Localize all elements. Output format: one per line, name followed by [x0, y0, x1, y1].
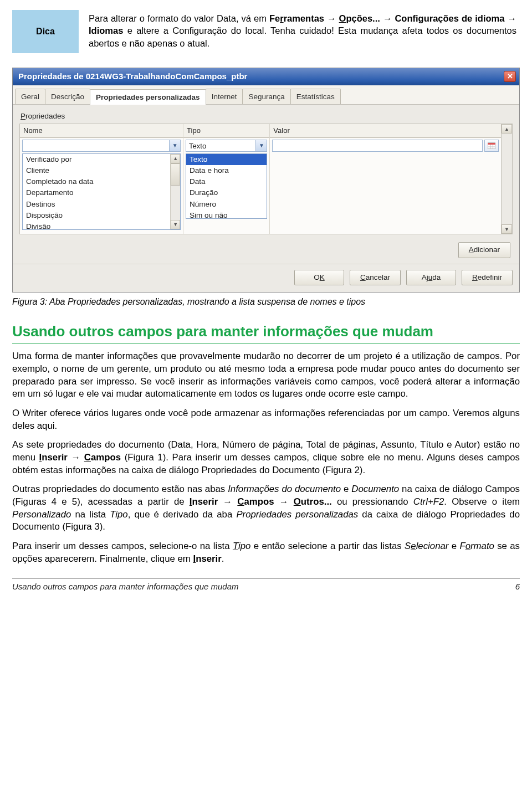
nome-option[interactable]: Cliente [23, 165, 170, 176]
paragraph: Outras propriedades do documento estão n… [12, 483, 520, 534]
menu-path: Inserir → Campos → Outros... [190, 496, 332, 507]
scroll-thumb[interactable] [171, 163, 180, 186]
insert-button-ref: Inserir [193, 553, 221, 564]
tipo-option[interactable]: Data [186, 176, 267, 187]
tip-box: Dica Para alterar o formato do valor Dat… [12, 10, 520, 53]
tip-text-2: e altere a Configuração do local. Tenha … [89, 25, 516, 48]
column-valor: Valor [270, 124, 501, 234]
close-icon[interactable]: ✕ [504, 71, 516, 82]
grid-scrollbar[interactable]: ▲ ▼ [501, 124, 512, 234]
body-text: Uma forma de manter informações que prov… [12, 350, 520, 565]
nome-option[interactable]: Departamento [23, 187, 170, 198]
chevron-down-icon[interactable]: ▼ [169, 140, 180, 151]
properties-label: Propriedades [21, 111, 513, 121]
ok-button[interactable]: OK [294, 270, 344, 285]
scroll-up-icon[interactable]: ▲ [171, 154, 180, 163]
tab-propriedades-personalizadas[interactable]: Propriedades personalizadas [90, 89, 206, 105]
list-name: Formato [459, 541, 494, 551]
column-header-nome: Nome [20, 124, 183, 138]
cancel-button[interactable]: Cancelar [350, 270, 401, 285]
tab-descricao[interactable]: Descrição [45, 89, 90, 104]
svg-rect-1 [488, 143, 495, 145]
valor-input[interactable] [272, 140, 483, 152]
scroll-down-icon[interactable]: ▼ [502, 224, 512, 234]
menu-path: Inserir → Campos [39, 452, 121, 463]
properties-dialog: Propriedades de 0214WG3-TrabalhandoComCa… [12, 68, 520, 293]
paragraph: Para inserir um desses campos, selecione… [12, 540, 520, 565]
chevron-down-icon[interactable]: ▼ [255, 140, 267, 151]
nome-option[interactable]: Verificado por [23, 154, 170, 165]
nome-option[interactable]: Divisão [23, 221, 170, 229]
help-button[interactable]: Ajuda [406, 270, 456, 285]
column-tipo: Tipo Texto ▼ Texto Data e hora Data [183, 124, 270, 234]
column-header-valor: Valor [270, 124, 501, 138]
calendar-icon[interactable] [484, 140, 499, 152]
tab-seguranca[interactable]: Segurança [242, 89, 290, 104]
dialog-title: Propriedades de 0214WG3-TrabalhandoComCa… [18, 71, 247, 82]
nome-combo[interactable]: ▼ [22, 140, 181, 152]
tab-geral[interactable]: Geral [15, 89, 45, 104]
tipo-option[interactable]: Número [186, 199, 267, 210]
tip-text: Para alterar o formato do valor Data, vá… [79, 10, 520, 52]
paragraph: Uma forma de manter informações que prov… [12, 350, 520, 401]
dialog-button-bar: OK Cancelar Ajuda Redefinir [13, 264, 519, 292]
paragraph: As sete propriedades do documento (Data,… [12, 439, 520, 476]
nome-option[interactable]: Disposição [23, 210, 170, 221]
scroll-up-icon[interactable]: ▲ [502, 124, 512, 134]
column-header-tipo: Tipo [183, 124, 269, 138]
tab-estatisticas[interactable]: Estatísticas [290, 89, 341, 104]
reset-button[interactable]: Redefinir [462, 270, 513, 285]
tip-text-1: Para alterar o formato do valor Data, vá… [89, 13, 269, 23]
tipo-combo-value: Texto [186, 140, 255, 151]
tab-internet[interactable]: Internet [206, 89, 243, 104]
nome-option[interactable]: Destinos [23, 199, 170, 210]
nome-dropdown-list[interactable]: Verificado por Cliente Completado na dat… [22, 153, 181, 230]
nome-scrollbar[interactable]: ▲ ▼ [170, 154, 180, 229]
list-name: Selecionar [405, 541, 448, 551]
dialog-titlebar: Propriedades de 0214WG3-TrabalhandoComCa… [13, 68, 519, 85]
tip-label: Dica [12, 10, 79, 53]
tipo-option[interactable]: Data e hora [186, 165, 267, 176]
tipo-dropdown-list[interactable]: Texto Data e hora Data Duração Número Si… [186, 153, 267, 219]
figure-caption: Figura 3: Aba Propriedades personalizada… [12, 296, 520, 308]
scroll-down-icon[interactable]: ▼ [171, 220, 180, 229]
tipo-option[interactable]: Texto [186, 154, 267, 165]
paragraph: O Writer oferece vários lugares onde voc… [12, 407, 520, 432]
tipo-combo[interactable]: Texto ▼ [186, 140, 267, 152]
section-heading: Usando outros campos para manter informa… [12, 322, 520, 343]
tipo-option[interactable]: Sim ou não [186, 210, 267, 218]
nome-option[interactable]: Completado na data [23, 176, 170, 187]
page-number: 6 [515, 581, 520, 592]
column-nome: Nome ▼ Verificado por Cliente Compl [20, 124, 183, 234]
page-footer: Usando outros campos para manter informa… [12, 578, 520, 592]
list-name: Tipo [233, 541, 251, 551]
tipo-option[interactable]: Duração [186, 187, 267, 198]
properties-grid: Nome ▼ Verificado por Cliente Compl [19, 124, 513, 234]
footer-title: Usando outros campos para manter informa… [12, 581, 239, 592]
dialog-body: Propriedades Nome ▼ Ver [13, 105, 519, 263]
add-button[interactable]: Adicionar [458, 242, 510, 258]
dialog-tabs: Geral Descrição Propriedades personaliza… [13, 85, 519, 105]
